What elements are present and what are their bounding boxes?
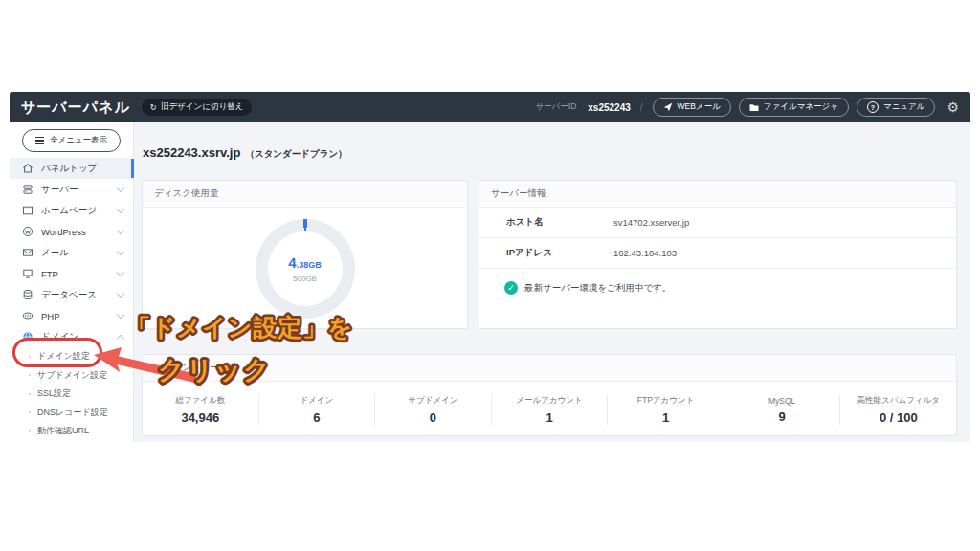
server-id-value: xs252243 bbox=[588, 102, 631, 113]
file-manager-label: ファイルマネージャ bbox=[764, 101, 838, 113]
page-title: xs252243.xsrv.jp（スタンダードプラン） bbox=[143, 145, 347, 161]
disk-used-value: 4 bbox=[288, 254, 296, 271]
all-menu-toggle-label: 全メニュー表示 bbox=[50, 135, 107, 146]
sidebar-item-php[interactable]: PHP bbox=[10, 305, 133, 326]
chevron-down-icon bbox=[117, 206, 124, 213]
submenu-label: ドメイン設定 bbox=[37, 350, 90, 363]
all-menu-toggle-button[interactable]: 全メニュー表示 bbox=[22, 129, 121, 152]
sidebar: 全メニュー表示 パネルトップ サーバー ホームページ WordPress bbox=[10, 122, 134, 442]
hostname-label: ホスト名 bbox=[506, 216, 613, 229]
hamburger-icon bbox=[35, 137, 44, 144]
server-panel-app: サーバーパネル ↻ 旧デザインに切り替え サーバーID xs252243 / W… bbox=[10, 92, 970, 442]
file-manager-button[interactable]: ファイルマネージャ bbox=[739, 98, 849, 117]
settings-gear-icon[interactable]: ⚙ bbox=[947, 99, 959, 115]
submenu-label: 動作確認URL bbox=[37, 425, 89, 437]
main-content: xs252243.xsrv.jp（スタンダードプラン） ディスク使用量 4.38… bbox=[135, 122, 970, 442]
sidebar-item-ssl-settings[interactable]: SSL設定 bbox=[10, 385, 133, 404]
old-design-switch-label: 旧デザインに切り替え bbox=[161, 101, 243, 113]
chevron-down-icon bbox=[117, 269, 124, 276]
stat-domains: ドメイン6 bbox=[258, 395, 375, 425]
manual-label: マニュアル bbox=[883, 101, 925, 113]
hostname-row: ホスト名 sv14702.xserver.jp bbox=[479, 208, 956, 238]
ip-address-row: IPアドレス 162.43.104.103 bbox=[479, 238, 956, 269]
database-icon bbox=[22, 289, 33, 300]
sidebar-item-label: ホームページ bbox=[41, 205, 118, 217]
server-id-label: サーバーID bbox=[535, 101, 576, 113]
sidebar-item-homepage[interactable]: ホームページ bbox=[10, 200, 133, 221]
webmail-label: WEBメール bbox=[678, 101, 721, 113]
domain-submenu: ドメイン設定 サブドメイン設定 SSL設定 DNSレコード設定 動作確認URL bbox=[10, 347, 133, 441]
sidebar-item-label: メール bbox=[41, 247, 118, 259]
submenu-label: DNSレコード設定 bbox=[37, 407, 108, 419]
sidebar-item-domain-settings[interactable]: ドメイン設定 bbox=[10, 347, 133, 366]
bullet-dot bbox=[29, 374, 31, 376]
sidebar-item-ftp[interactable]: FTP bbox=[10, 263, 133, 284]
hostname-value: sv14702.xserver.jp bbox=[613, 217, 689, 228]
sidebar-item-label: パネルトップ bbox=[41, 163, 123, 175]
stat-ftp-accounts: FTPアカウント1 bbox=[607, 395, 724, 425]
check-circle-icon: ✓ bbox=[504, 281, 518, 295]
account-stats: 総ファイル数34,946 ドメイン6 サブドメイン0 メールアカウント1 FTP… bbox=[143, 382, 956, 437]
sidebar-item-server[interactable]: サーバー bbox=[10, 179, 133, 200]
sidebar-item-panel-top[interactable]: パネルトップ bbox=[10, 158, 133, 179]
account-data-card: アカウントデータ 総ファイル数34,946 ドメイン6 サブドメイン0 メールア… bbox=[142, 354, 957, 436]
server-info-card-title: サーバー情報 bbox=[479, 181, 956, 208]
bullet-dot bbox=[29, 393, 31, 395]
ip-address-value: 162.43.104.103 bbox=[613, 248, 677, 258]
disk-total-value: 500GB bbox=[293, 275, 317, 283]
bullet-dot bbox=[29, 430, 31, 432]
stat-mysql: MySQL9 bbox=[724, 396, 840, 424]
sidebar-item-label: データベース bbox=[41, 289, 118, 301]
sidebar-item-check-url[interactable]: 動作確認URL bbox=[10, 422, 133, 441]
sidebar-item-domain[interactable]: ドメイン bbox=[10, 326, 133, 347]
stat-spam-filter: 高性能スパムフィルタ0 / 100 bbox=[839, 395, 956, 425]
disk-usage-card-title: ディスク使用量 bbox=[143, 181, 467, 208]
php-icon bbox=[22, 310, 33, 321]
plan-name: （スタンダードプラン） bbox=[245, 148, 346, 159]
disk-usage-donut-chart: 4.38GB 500GB bbox=[256, 219, 355, 319]
monitor-icon bbox=[22, 268, 33, 279]
chevron-down-icon bbox=[117, 311, 124, 319]
sidebar-item-database[interactable]: データベース bbox=[10, 284, 133, 305]
stat-total-files: 総ファイル数34,946 bbox=[143, 395, 258, 425]
send-icon bbox=[663, 102, 673, 112]
sidebar-item-label: ドメイン bbox=[41, 331, 118, 343]
server-status-text: 最新サーバー環境をご利用中です。 bbox=[524, 282, 671, 295]
old-design-switch-button[interactable]: ↻ 旧デザインに切り替え bbox=[142, 99, 253, 116]
chevron-down-icon bbox=[117, 185, 124, 192]
sidebar-item-dns-record-settings[interactable]: DNSレコード設定 bbox=[10, 404, 133, 423]
top-header: サーバーパネル ↻ 旧デザインに切り替え サーバーID xs252243 / W… bbox=[10, 92, 970, 122]
stat-mail-accounts: メールアカウント1 bbox=[491, 395, 608, 425]
stat-subdomains: サブドメイン0 bbox=[374, 395, 491, 425]
wordpress-icon bbox=[22, 226, 33, 237]
server-icon bbox=[22, 184, 33, 195]
manual-button[interactable]: ? マニュアル bbox=[857, 98, 936, 117]
sidebar-item-label: FTP bbox=[41, 269, 118, 279]
app-title: サーバーパネル bbox=[21, 99, 130, 117]
home-icon bbox=[22, 163, 33, 174]
sidebar-item-label: WordPress bbox=[41, 227, 118, 237]
question-icon: ? bbox=[867, 101, 879, 113]
globe-icon bbox=[22, 331, 33, 342]
disk-usage-card: ディスク使用量 4.38GB 500GB bbox=[142, 180, 468, 329]
submenu-label: SSL設定 bbox=[37, 387, 71, 400]
mail-icon bbox=[22, 247, 33, 258]
sidebar-item-label: サーバー bbox=[41, 184, 118, 196]
header-separator: / bbox=[640, 102, 643, 113]
sidebar-item-subdomain-settings[interactable]: サブドメイン設定 bbox=[10, 366, 133, 386]
disk-used-unit: .38GB bbox=[297, 260, 322, 270]
browser-window-icon bbox=[22, 205, 33, 216]
webmail-button[interactable]: WEBメール bbox=[653, 98, 731, 117]
account-data-card-title: アカウントデータ bbox=[143, 355, 956, 382]
chevron-up-icon bbox=[117, 334, 124, 342]
bullet-dot bbox=[29, 356, 31, 358]
ip-address-label: IPアドレス bbox=[506, 247, 613, 259]
submenu-label: サブドメイン設定 bbox=[37, 369, 107, 382]
refresh-icon: ↻ bbox=[150, 102, 157, 112]
sidebar-item-wordpress[interactable]: WordPress bbox=[10, 221, 133, 242]
sidebar-item-mail[interactable]: メール bbox=[10, 242, 133, 263]
account-domain: xs252243.xsrv.jp bbox=[143, 145, 240, 160]
sidebar-item-label: PHP bbox=[41, 311, 118, 321]
chevron-down-icon bbox=[117, 248, 124, 255]
server-info-card: サーバー情報 ホスト名 sv14702.xserver.jp IPアドレス 16… bbox=[479, 180, 957, 329]
